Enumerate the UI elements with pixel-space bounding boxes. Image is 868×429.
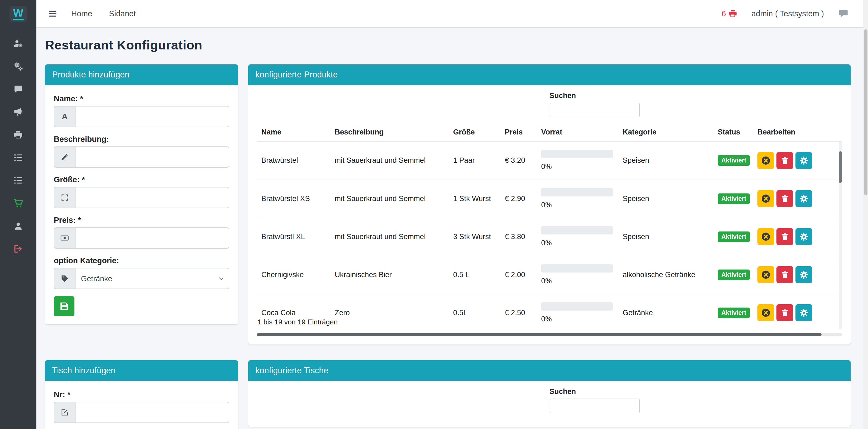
cell-price: € 2.00 <box>500 256 537 294</box>
printer-icon <box>13 130 23 140</box>
category-select[interactable]: Getränke <box>75 268 229 289</box>
products-search-input[interactable] <box>550 103 640 117</box>
trash-icon <box>780 308 789 317</box>
nav-link-sidanet[interactable]: Sidanet <box>102 9 142 18</box>
description-input[interactable] <box>75 147 229 167</box>
money-icon-wrap <box>54 227 75 249</box>
column-header[interactable]: Status <box>713 123 753 141</box>
comment-icon <box>13 84 23 94</box>
delete-button[interactable] <box>776 304 793 321</box>
category-input-group: Getränke <box>54 268 229 289</box>
nr-input[interactable] <box>75 402 229 423</box>
cell-price: € 3.20 <box>500 142 537 180</box>
sidebar-item-cart[interactable] <box>9 197 28 209</box>
cell-stock: 0% <box>537 256 618 294</box>
save-product-button[interactable] <box>54 296 74 316</box>
sidebar-item-list[interactable] <box>9 152 28 163</box>
settings-button[interactable] <box>796 304 812 321</box>
deactivate-button[interactable] <box>757 304 774 321</box>
edit-icon <box>61 408 69 417</box>
settings-button[interactable] <box>796 152 812 169</box>
cell-description: mit Sauerkraut und Semmel <box>330 180 449 218</box>
sidebar-nav <box>0 28 36 255</box>
cell-price: € 3.80 <box>500 218 537 256</box>
delete-button[interactable] <box>776 152 793 169</box>
settings-button[interactable] <box>796 228 812 245</box>
sidebar-item-printing[interactable] <box>9 129 28 141</box>
cell-status: Aktiviert <box>713 294 753 330</box>
cell-description: mit Sauerkraut und Semmel <box>330 218 449 256</box>
deactivate-button[interactable] <box>757 190 774 207</box>
sidebar-item-logout[interactable] <box>9 243 28 255</box>
category-label: option Kategorie: <box>54 256 229 265</box>
deactivate-button[interactable] <box>757 266 774 283</box>
sidebar-item-announcements[interactable] <box>9 106 28 118</box>
settings-button[interactable] <box>796 190 812 207</box>
sidebar-item-list-alt[interactable] <box>9 175 28 186</box>
delete-button[interactable] <box>776 190 793 207</box>
print-notifications[interactable]: 6 <box>721 9 737 18</box>
column-header[interactable]: Bearbeiten <box>753 123 842 141</box>
tables-card-body: Suchen <box>248 381 850 427</box>
gear-icon <box>799 308 809 317</box>
product-form-column: Produkte hinzufügen Name: * A Beschreibu… <box>45 64 238 325</box>
cell-actions <box>753 142 842 180</box>
products-table-body: Bratwürstelmit Sauerkraut und Semmel1 Pa… <box>257 142 842 330</box>
cell-size: 1 Stk Wurst <box>449 180 500 218</box>
table-row: Bratwürstl XLmit Sauerkraut und Semmel3 … <box>257 218 842 256</box>
products-table-header-table: NameBeschreibungGrößePreisVorratKategori… <box>257 123 842 142</box>
table-info-text: 1 bis 19 von 19 Einträgen <box>257 318 338 326</box>
products-search-block: Suchen <box>550 92 640 117</box>
sidebar-item-profile[interactable] <box>9 220 28 232</box>
size-label: Größe: * <box>54 175 229 184</box>
deactivate-button[interactable] <box>757 228 774 245</box>
page-scrollbar-thumb[interactable] <box>864 29 867 195</box>
table-form-card: Tisch hinzufügen Nr: * <box>45 360 238 429</box>
delete-button[interactable] <box>776 266 793 283</box>
logo-wave <box>13 19 24 20</box>
price-label: Preis: * <box>54 216 229 225</box>
hamburger-button[interactable] <box>44 5 61 22</box>
expand-icon-wrap <box>54 187 75 208</box>
sidebar: W <box>0 0 36 429</box>
cell-size: 0.5 L <box>449 256 500 294</box>
products-search-label: Suchen <box>550 92 640 100</box>
nav-link-home[interactable]: Home <box>65 9 99 18</box>
pencil-icon-wrap <box>54 147 75 167</box>
column-header[interactable]: Kategorie <box>618 123 713 141</box>
price-input[interactable] <box>75 227 229 249</box>
column-header[interactable]: Beschreibung <box>330 123 449 141</box>
sidebar-item-settings[interactable] <box>9 60 28 72</box>
status-badge: Aktiviert <box>718 308 750 318</box>
trash-icon <box>780 270 789 279</box>
delete-button[interactable] <box>776 228 793 245</box>
trash-icon <box>780 156 789 165</box>
trash-icon <box>780 194 789 203</box>
column-header[interactable]: Name <box>257 123 330 141</box>
products-table-column: konfigurierte Produkte Suchen NameBeschr… <box>248 64 850 344</box>
products-table: Bratwürstelmit Sauerkraut und Semmel1 Pa… <box>257 142 842 330</box>
table-vscroll-thumb[interactable] <box>839 151 842 183</box>
name-input[interactable] <box>75 106 229 127</box>
brand-logo[interactable]: W <box>0 0 36 28</box>
user-icon <box>13 221 23 231</box>
deactivate-button[interactable] <box>757 152 774 169</box>
row-products: Produkte hinzufügen Name: * A Beschreibu… <box>45 64 850 344</box>
column-header[interactable]: Vorrat <box>537 123 618 141</box>
chat-button[interactable] <box>838 8 848 19</box>
stock-progressbar <box>541 188 613 196</box>
tables-search-input[interactable] <box>550 399 640 413</box>
cell-name: Chernigivske <box>257 256 330 294</box>
stock-percent: 0% <box>541 239 614 247</box>
stock-progressbar <box>541 264 613 273</box>
column-header[interactable]: Preis <box>500 123 537 141</box>
gear-icon <box>799 232 809 242</box>
stock-percent: 0% <box>541 277 614 285</box>
column-header[interactable]: Größe <box>449 123 500 141</box>
sidebar-item-user-settings[interactable] <box>9 37 28 50</box>
settings-button[interactable] <box>796 266 812 283</box>
user-menu[interactable]: admin ( Testsystem ) <box>751 9 824 18</box>
table-hscroll-thumb[interactable] <box>257 333 822 336</box>
size-input[interactable] <box>75 187 229 208</box>
sidebar-item-messages[interactable] <box>9 83 28 95</box>
